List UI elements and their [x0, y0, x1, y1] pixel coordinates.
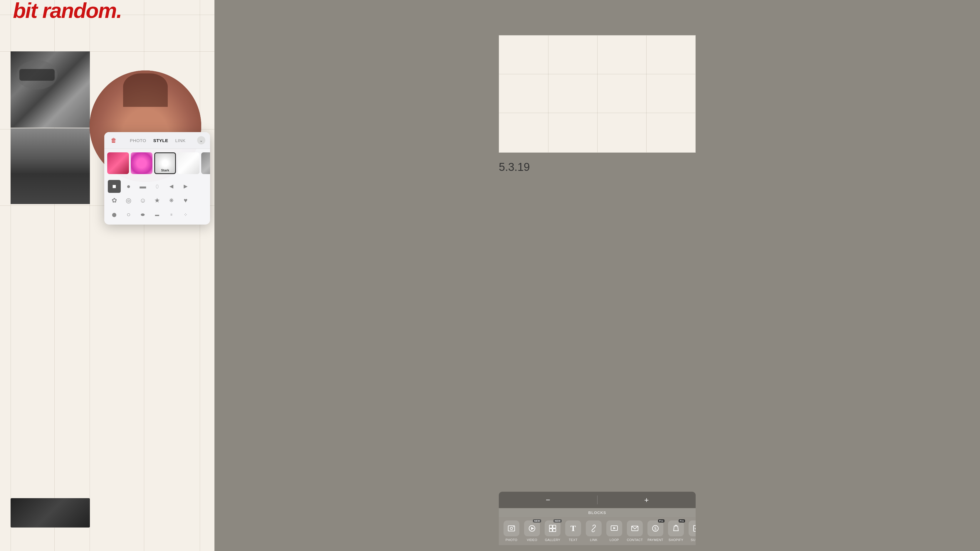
block-payment[interactable]: Pro $ PAYMENT — [645, 521, 666, 541]
shape-rounded-rect[interactable]: ▬ — [136, 180, 149, 193]
style-thumb-white-petals[interactable] — [178, 152, 199, 174]
shape-empty3 — [193, 208, 206, 221]
blocks-label: BLOCKS — [589, 510, 606, 515]
blob-icon: ❋ — [169, 197, 173, 204]
stripe-icon: ▬ — [155, 212, 159, 217]
block-text[interactable]: T TEXT — [563, 521, 584, 541]
shape-arrow-left[interactable]: ◄ — [165, 180, 178, 193]
block-text-label: TEXT — [569, 538, 577, 541]
block-loop-label: LOOP — [609, 538, 619, 541]
style-thumb-pink-blur[interactable] — [131, 152, 153, 174]
block-shopify-icon: Pro — [668, 521, 684, 536]
block-photo-icon — [504, 521, 519, 536]
style-thumb-gray-flowers[interactable] — [201, 152, 210, 174]
svg-rect-7 — [549, 529, 552, 532]
flower-icon: ✿ — [111, 197, 117, 204]
block-photo[interactable]: PHOTO — [501, 521, 522, 541]
left-panel: bit random. 🗑 PHOTO STYLE LINK ⌄ — [0, 0, 215, 551]
stripe2-icon: ≡ — [170, 213, 172, 217]
svg-text:$: $ — [654, 526, 657, 531]
target-icon: ◎ — [126, 197, 131, 204]
shape-flower[interactable]: ✿ — [108, 194, 121, 207]
gallery-badge: NEW — [554, 519, 562, 522]
cluster-icon: ⁘ — [184, 212, 188, 218]
block-contact[interactable]: CONTACT — [625, 521, 645, 541]
shape-ring[interactable]: ○ — [122, 208, 135, 221]
watch-strap — [11, 498, 90, 527]
chevron-down-icon[interactable]: ⌄ — [197, 136, 205, 144]
remove-block-button[interactable]: − — [499, 492, 597, 508]
block-contact-icon — [627, 521, 643, 536]
photo-collage — [11, 51, 90, 204]
shape-target[interactable]: ◎ — [122, 194, 135, 207]
eyes-bw — [11, 128, 90, 204]
right-panel: 5.3.19 − + BLOCKS PHOTO NEW — [215, 0, 980, 551]
block-subsc[interactable]: SUBSC — [686, 521, 696, 541]
bottom-toolbar: − + BLOCKS PHOTO NEW VIDEO — [215, 492, 980, 551]
canvas-area[interactable] — [499, 35, 696, 152]
block-link[interactable]: LINK — [584, 521, 604, 541]
add-block-button[interactable]: + — [598, 492, 696, 508]
shape-heart[interactable]: ♥ — [179, 194, 192, 207]
photo-bw-bottom — [11, 128, 90, 204]
date-text: 5.3.19 — [499, 161, 530, 173]
svg-point-1 — [510, 527, 512, 530]
block-contact-label: CONTACT — [627, 538, 643, 541]
shape-stripe[interactable]: ▬ — [151, 208, 164, 221]
shopify-badge: Pro — [679, 519, 685, 522]
tab-photo[interactable]: PHOTO — [130, 138, 146, 143]
svg-marker-11 — [613, 527, 616, 529]
block-gallery[interactable]: NEW GALLERY — [542, 521, 563, 541]
arrow-left-icon: ◄ — [168, 183, 175, 190]
shape-blob[interactable]: ❋ — [165, 194, 178, 207]
circle-icon: ● — [127, 183, 130, 190]
block-loop[interactable]: LOOP — [604, 521, 625, 541]
block-link-icon — [586, 521, 601, 536]
pill-icon: ⬯ — [156, 184, 159, 189]
svg-line-9 — [592, 527, 595, 530]
arrow-right-icon: ► — [183, 183, 189, 190]
video-badge: NEW — [533, 519, 541, 522]
block-video-label: VIDEO — [527, 538, 537, 541]
shape-dot[interactable]: ⬤ — [108, 208, 121, 221]
style-thumb-stark-label: Stark — [155, 168, 175, 172]
payment-badge: Pro — [658, 519, 665, 522]
delete-button[interactable]: 🗑 — [109, 136, 118, 145]
block-gallery-label: GALLERY — [545, 538, 560, 541]
shape-stripe2[interactable]: ≡ — [165, 208, 178, 221]
shape-smiley[interactable]: ☺ — [136, 194, 149, 207]
shape-blob2[interactable]: ⬬ — [136, 208, 149, 221]
svg-marker-4 — [531, 527, 534, 530]
tab-group: PHOTO STYLE LINK — [118, 138, 197, 143]
shape-circle[interactable]: ● — [122, 180, 135, 193]
block-shopify[interactable]: Pro SHOPIFY — [666, 521, 686, 541]
ring-icon: ○ — [127, 211, 130, 218]
style-thumb-stark[interactable]: Stark — [154, 152, 176, 174]
tab-style[interactable]: STYLE — [153, 138, 168, 143]
block-gallery-icon: NEW — [545, 521, 560, 536]
shape-arrow-right[interactable]: ► — [179, 180, 192, 193]
blocks-label-bar: BLOCKS — [499, 508, 696, 517]
block-text-icon: T — [565, 521, 581, 536]
block-subsc-label: SUBSC — [690, 538, 696, 541]
shape-grid: ■ ● ▬ ⬯ ◄ ► ✿ ◎ ☺ ★ ❋ ♥ ⬤ ○ ⬬ ▬ ≡ ⁘ — [104, 178, 210, 225]
block-video[interactable]: NEW VIDEO — [522, 521, 542, 541]
photo-bw-top — [11, 51, 90, 128]
block-link-label: LINK — [590, 538, 598, 541]
svg-rect-6 — [553, 525, 556, 528]
shape-star[interactable]: ★ — [151, 194, 164, 207]
svg-rect-5 — [549, 525, 552, 528]
sunglasses — [19, 69, 55, 81]
style-thumb-pink-flowers[interactable] — [107, 152, 129, 174]
square-icon: ■ — [112, 183, 116, 190]
block-payment-label: PAYMENT — [648, 538, 663, 541]
dot-icon: ⬤ — [112, 212, 117, 217]
style-popup-header: 🗑 PHOTO STYLE LINK ⌄ — [104, 132, 210, 149]
shape-square[interactable]: ■ — [108, 180, 121, 193]
tab-link[interactable]: LINK — [175, 138, 186, 143]
blob2-icon: ⬬ — [141, 212, 145, 217]
shape-cluster[interactable]: ⁘ — [179, 208, 192, 221]
block-loop-icon — [606, 521, 622, 536]
shape-pill[interactable]: ⬯ — [151, 180, 164, 193]
block-shopify-label: SHOPIFY — [668, 538, 683, 541]
